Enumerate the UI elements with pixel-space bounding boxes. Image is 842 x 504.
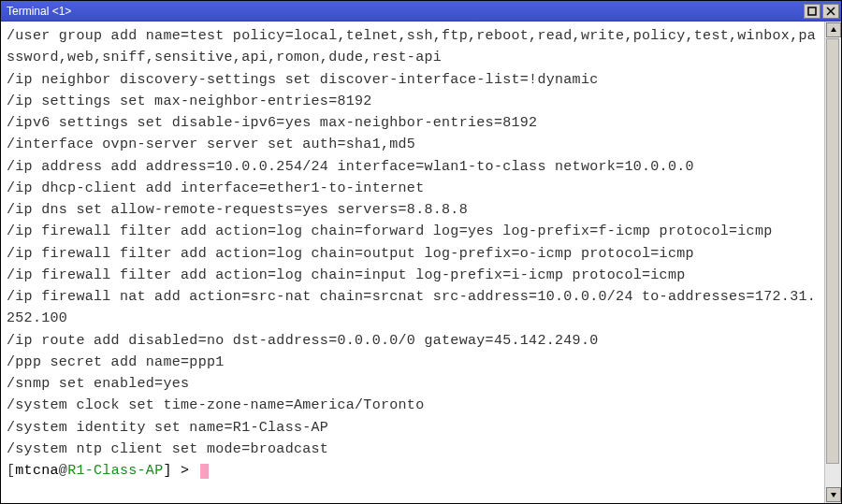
scroll-down-button[interactable] (826, 487, 841, 502)
prompt-line: [mtcna@R1-Class-AP] > (7, 463, 209, 479)
terminal-area: /user group add name=test policy=local,t… (1, 22, 841, 503)
titlebar: Terminal <1> (1, 1, 841, 22)
window-title: Terminal <1> (7, 5, 71, 18)
terminal-line: /ip neighbor discovery-settings set disc… (7, 69, 819, 91)
prompt-user: mtcna (15, 463, 59, 479)
scrollbar[interactable] (824, 22, 841, 503)
terminal-line: /ip dhcp-client add interface=ether1-to-… (7, 178, 819, 199)
close-button[interactable] (822, 4, 839, 19)
prompt-suffix: ] > (163, 463, 197, 479)
prompt-at: @ (59, 463, 67, 479)
terminal-line: /ipv6 settings set disable-ipv6=yes max-… (7, 112, 819, 134)
terminal-line: /ip firewall filter add action=log chain… (7, 265, 819, 286)
arrow-up-icon (830, 26, 837, 34)
terminal-line: /interface ovpn-server server set auth=s… (7, 134, 819, 155)
arrow-down-icon (830, 491, 837, 498)
terminal-line: /system ntp client set mode=broadcast (7, 439, 819, 460)
terminal-line: /ip firewall filter add action=log chain… (7, 221, 819, 242)
terminal-line: /ip address add address=10.0.0.254/24 in… (7, 156, 819, 178)
svg-rect-0 (808, 7, 816, 15)
terminal-line: /ip settings set max-neighbor-entries=81… (7, 91, 819, 112)
terminal-line: /snmp set enabled=yes (7, 373, 819, 395)
prompt-host: R1-Class-AP (67, 463, 163, 479)
terminal-line: /system clock set time-zone-name=America… (7, 395, 819, 416)
terminal-line: /ip firewall filter add action=log chain… (7, 243, 819, 265)
window-controls (804, 4, 839, 19)
terminal-line: /system identity set name=R1-Class-AP (7, 417, 819, 439)
maximize-button[interactable] (804, 4, 820, 19)
scroll-track[interactable] (825, 38, 841, 486)
maximize-icon (807, 7, 817, 16)
terminal-line: /ip dns set allow-remote-requests=yes se… (7, 199, 819, 221)
scroll-thumb[interactable] (826, 38, 839, 464)
terminal-line: /ip firewall nat add action=src-nat chai… (7, 286, 819, 330)
terminal-line: /user group add name=test policy=local,t… (7, 25, 819, 69)
svg-marker-3 (831, 27, 836, 32)
svg-marker-4 (831, 493, 836, 497)
terminal-content[interactable]: /user group add name=test policy=local,t… (1, 22, 824, 503)
terminal-window: Terminal <1> /user group add name=test p… (0, 0, 842, 504)
close-icon (826, 7, 835, 16)
terminal-line: /ppp secret add name=ppp1 (7, 352, 819, 373)
terminal-line: /ip route add disabled=no dst-address=0.… (7, 330, 819, 352)
cursor (200, 464, 209, 479)
scroll-up-button[interactable] (826, 22, 841, 37)
